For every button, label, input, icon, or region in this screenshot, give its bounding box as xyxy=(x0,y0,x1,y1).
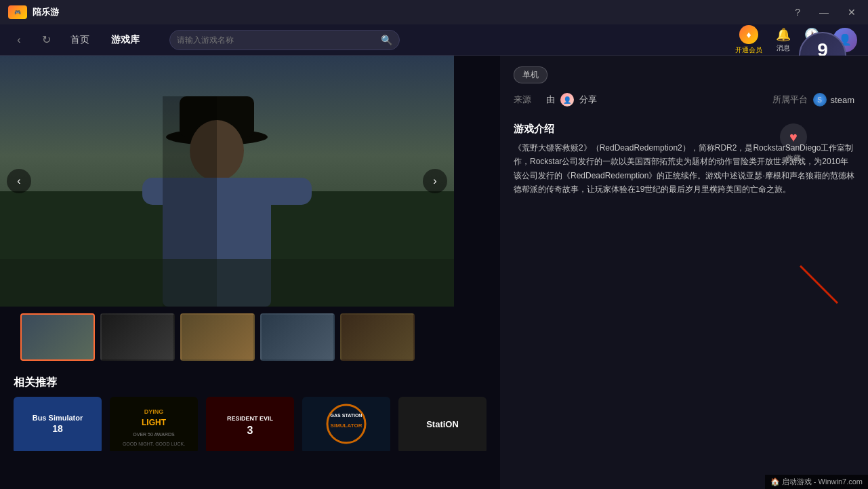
svg-text:3: 3 xyxy=(247,425,253,436)
member-label: 开通会员 xyxy=(735,45,762,55)
svg-text:GOOD NIGHT. GOOD LUCK.: GOOD NIGHT. GOOD LUCK. xyxy=(123,442,185,446)
source-share: 分享 xyxy=(579,94,597,106)
thumbnail-3[interactable] xyxy=(180,313,255,361)
search-bar: 🔍 xyxy=(169,30,400,50)
svg-text:LIGHT: LIGHT xyxy=(142,418,167,427)
station-image: StatiON xyxy=(398,397,487,451)
right-panel: 单机 来源 由 👤 分享 所属平台 S steam ♥ 收藏 游戏介绍 xyxy=(500,56,868,489)
svg-text:OVER 50 AWARDS: OVER 50 AWARDS xyxy=(133,432,175,437)
rec-card-resident-evil-3[interactable]: RESIDENT EVIL 3 xyxy=(206,397,294,454)
member-button[interactable]: ♦ 开通会员 xyxy=(735,25,762,55)
game-tag: 单机 xyxy=(514,66,547,83)
svg-marker-28 xyxy=(831,296,844,310)
rec-card-dying-light[interactable]: DYING LIGHT OVER 50 AWARDS GOOD NIGHT. G… xyxy=(110,397,198,454)
rec-card-bus-simulator[interactable]: Bus Simulator 18 xyxy=(14,397,102,454)
navbar: ‹ ↻ 首页 游戏库 🔍 ♦ 开通会员 🔔 消息 🕐 最近 👤 9 评分 xyxy=(0,24,868,56)
svg-text:SIMULATOR: SIMULATOR xyxy=(331,423,363,429)
help-button[interactable]: ? xyxy=(791,5,804,19)
svg-text:RESIDENT EVIL: RESIDENT EVIL xyxy=(227,415,274,422)
main-content: ‹ › 相关推荐 Bus Simulator 18 xyxy=(0,56,868,489)
main-image: ‹ › xyxy=(0,56,454,307)
search-icon: 🔍 xyxy=(381,35,392,45)
thumbnail-2[interactable] xyxy=(100,313,175,361)
recommendations-title: 相关推荐 xyxy=(14,376,487,390)
thumbnail-5[interactable] xyxy=(340,313,415,361)
member-icon: ♦ xyxy=(739,25,758,44)
thumbnail-4[interactable] xyxy=(260,313,335,361)
back-button[interactable]: ‹ xyxy=(11,32,27,48)
svg-text:GAS STATION: GAS STATION xyxy=(331,413,363,418)
nav-library[interactable]: 游戏库 xyxy=(106,31,145,49)
app-name: 陪乐游 xyxy=(33,6,59,18)
carousel-next-button[interactable]: › xyxy=(423,169,447,193)
svg-rect-18 xyxy=(206,397,294,451)
message-button[interactable]: 🔔 消息 xyxy=(776,27,791,53)
refresh-button[interactable]: ↻ xyxy=(38,32,54,48)
minimize-button[interactable]: — xyxy=(815,5,833,19)
platform-name: steam xyxy=(831,95,854,105)
watermark-text: 启动游戏 - Winwin7.com xyxy=(782,477,863,486)
thumbnails-strip xyxy=(0,307,500,368)
platform-row: 所属平台 S steam xyxy=(772,93,854,106)
carousel-prev-button[interactable]: ‹ xyxy=(7,169,31,193)
game-info-section: 来源 由 👤 分享 所属平台 S steam xyxy=(514,93,854,113)
thumbnail-1[interactable] xyxy=(20,313,95,361)
svg-rect-8 xyxy=(0,259,454,307)
collect-button[interactable]: ♥ 收藏 xyxy=(780,123,807,163)
bus-simulator-image: Bus Simulator 18 xyxy=(14,397,102,451)
app-logo: 🎮 xyxy=(8,5,27,19)
svg-text:StatiON: StatiON xyxy=(426,419,459,429)
bell-icon: 🔔 xyxy=(776,27,791,42)
message-label: 消息 xyxy=(777,43,790,53)
left-panel: ‹ › 相关推荐 Bus Simulator 18 xyxy=(0,56,500,489)
steam-icon: S xyxy=(813,93,827,106)
source-label: 来源 xyxy=(514,94,541,106)
platform-label: 所属平台 xyxy=(772,94,808,106)
rec-card-gas-station[interactable]: GAS STATION SIMULATOR xyxy=(302,397,390,454)
svg-text:18: 18 xyxy=(52,423,63,434)
red-arrow-decoration xyxy=(793,259,848,313)
titlebar: 🎮 陪乐游 ? — ✕ xyxy=(0,0,868,24)
watermark: 🏠 启动游戏 - Winwin7.com xyxy=(765,475,868,489)
source-row: 来源 由 👤 分享 xyxy=(514,93,597,106)
nav-home[interactable]: 首页 xyxy=(65,31,95,49)
svg-text:Bus Simulator: Bus Simulator xyxy=(33,414,83,422)
recommendations-section: 相关推荐 Bus Simulator 18 DYING xyxy=(0,368,500,489)
watermark-icon: 🏠 xyxy=(770,477,780,486)
game-scene xyxy=(0,56,454,307)
heart-icon: ♥ xyxy=(780,123,807,151)
titlebar-left: 🎮 陪乐游 xyxy=(8,5,59,19)
rec-cards-container: Bus Simulator 18 DYING LIGHT OVER 50 AWA… xyxy=(14,397,487,454)
nav-right: ♦ 开通会员 🔔 消息 🕐 最近 👤 9 评分 xyxy=(735,25,857,55)
svg-text:DYING: DYING xyxy=(144,408,164,415)
dying-light-image: DYING LIGHT OVER 50 AWARDS GOOD NIGHT. G… xyxy=(110,397,198,451)
search-input[interactable] xyxy=(177,35,375,45)
sharer-avatar: 👤 xyxy=(560,93,574,106)
close-button[interactable]: ✕ xyxy=(844,5,860,19)
titlebar-controls: ? — ✕ xyxy=(791,5,860,19)
gas-station-image: GAS STATION SIMULATOR xyxy=(302,397,390,451)
source-by: 由 xyxy=(546,94,555,106)
platform-value: S steam xyxy=(813,93,854,106)
rec-card-station[interactable]: StatiON xyxy=(398,397,487,454)
re3-image: RESIDENT EVIL 3 xyxy=(206,397,294,451)
collect-label: 收藏 xyxy=(786,153,801,163)
svg-line-27 xyxy=(800,266,838,303)
